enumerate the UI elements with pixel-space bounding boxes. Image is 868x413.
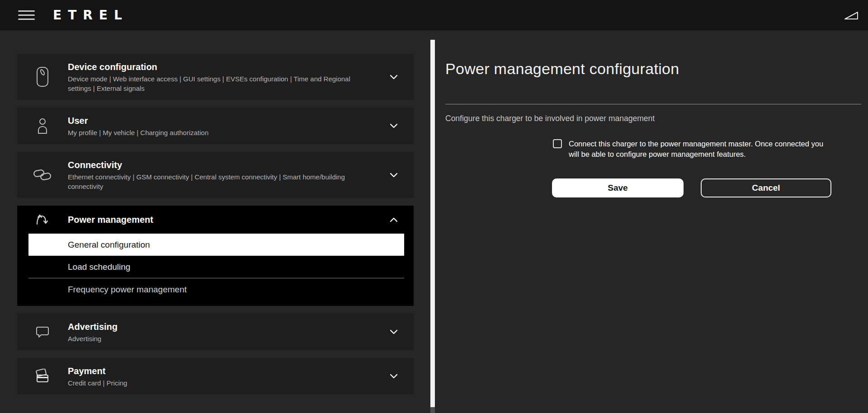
- section-power-management: Power management General configuration L…: [17, 206, 414, 306]
- cancel-button[interactable]: Cancel: [701, 178, 831, 197]
- link-icon: [17, 168, 68, 182]
- connect-charger-checkbox-row: Connect this charger to the power manage…: [553, 139, 833, 160]
- section-subtitle: Device mode | Web interface access | GUI…: [68, 74, 369, 93]
- menu-item-general-configuration[interactable]: General configuration: [28, 234, 404, 256]
- save-button[interactable]: Save: [552, 178, 684, 197]
- section-title: Connectivity: [68, 159, 369, 171]
- menu-icon[interactable]: [18, 8, 35, 23]
- section-connectivity[interactable]: Connectivity Ethernet connectivity | GSM…: [17, 152, 414, 198]
- section-power-management-header[interactable]: Power management: [17, 206, 414, 234]
- settings-sidebar: Device configuration Device mode | Web i…: [17, 54, 414, 402]
- panel-scrollbar[interactable]: [430, 40, 435, 413]
- connect-charger-checkbox-label: Connect this charger to the power manage…: [569, 139, 824, 160]
- user-icon: [17, 117, 68, 135]
- connect-charger-checkbox[interactable]: [553, 139, 562, 148]
- title-divider: [445, 104, 861, 104]
- device-icon: [17, 66, 68, 88]
- chevron-down-icon[interactable]: [374, 374, 414, 379]
- chevron-up-icon[interactable]: [374, 217, 414, 222]
- section-subtitle: Credit card | Pricing: [68, 378, 369, 388]
- chevron-down-icon[interactable]: [374, 173, 414, 178]
- panel-description: Configure this charger to be involved in…: [445, 114, 861, 123]
- power-management-configuration-panel: Power management configuration Configure…: [445, 0, 861, 197]
- credit-card-icon: [17, 369, 68, 384]
- section-user[interactable]: User My profile | My vehicle | Charging …: [17, 108, 414, 144]
- chevron-down-icon[interactable]: [374, 123, 414, 128]
- chevron-down-icon[interactable]: [374, 329, 414, 334]
- menu-item-frequency-power-management[interactable]: Frequency power management: [17, 278, 414, 300]
- section-subtitle: My profile | My vehicle | Charging autho…: [68, 128, 369, 137]
- etrel-logo: ETREL: [53, 8, 128, 23]
- section-advertising[interactable]: Advertising Advertising: [17, 314, 414, 350]
- section-subtitle: Ethernet connectivity | GSM connectivity…: [68, 172, 369, 191]
- speech-bubble-icon: [17, 325, 68, 339]
- section-title: User: [68, 114, 369, 127]
- section-subtitle: Advertising: [68, 334, 369, 343]
- section-title: Power management: [68, 213, 369, 226]
- scrollbar-track-end: [430, 407, 435, 413]
- action-buttons: Save Cancel: [552, 178, 861, 197]
- section-title: Payment: [68, 365, 369, 377]
- page-title: Power management configuration: [445, 60, 861, 78]
- section-device-configuration[interactable]: Device configuration Device mode | Web i…: [17, 54, 414, 100]
- power-wave-icon: [17, 213, 68, 226]
- menu-item-load-scheduling[interactable]: Load scheduling: [17, 256, 414, 278]
- section-title: Advertising: [68, 320, 369, 333]
- chevron-down-icon[interactable]: [374, 75, 414, 80]
- section-title: Device configuration: [68, 61, 369, 73]
- section-payment[interactable]: Payment Credit card | Pricing: [17, 358, 414, 394]
